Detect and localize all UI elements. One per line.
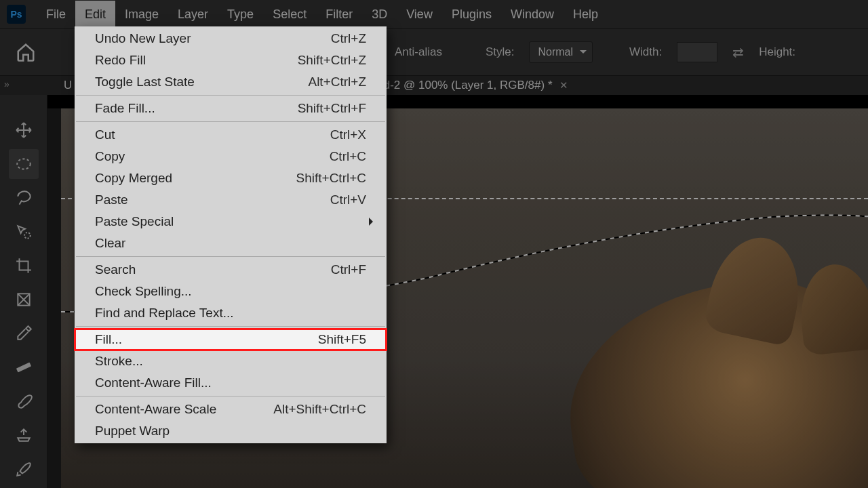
menu-window[interactable]: Window [501,1,564,28]
menu-item-copy[interactable]: CopyCtrl+C [75,146,387,167]
menu-item-label: Undo New Layer [95,31,191,46]
menu-item-label: Paste [95,192,128,207]
menu-item-stroke[interactable]: Stroke... [75,350,387,372]
menu-item-label: Copy Merged [95,171,172,186]
menu-item-label: Fill... [95,332,122,347]
menu-item-label: Paste Special [95,214,174,229]
menu-layer[interactable]: Layer [168,1,218,28]
menu-item-redo-fill[interactable]: Redo FillShift+Ctrl+Z [75,49,387,71]
document-title-suffix: ed-2 @ 100% (Layer 1, RGB/8#) * [377,79,552,92]
height-label: Height: [759,45,795,59]
menu-item-shortcut: Shift+Ctrl+F [298,101,366,116]
menu-type[interactable]: Type [218,1,263,28]
menu-item-fade-fill[interactable]: Fade Fill...Shift+Ctrl+F [75,98,387,119]
elliptical-marquee-tool[interactable] [9,149,39,179]
menu-item-cut[interactable]: CutCtrl+X [75,124,387,146]
ruler-tool[interactable] [9,352,39,382]
menu-item-content-aware-fill[interactable]: Content-Aware Fill... [75,372,387,394]
menu-item-search[interactable]: SearchCtrl+F [75,259,387,281]
history-brush-tool[interactable] [9,454,39,484]
menu-plugins[interactable]: Plugins [442,1,501,28]
menu-select[interactable]: Select [263,1,316,28]
menu-item-label: Puppet Warp [95,424,170,439]
menu-item-paste-special[interactable]: Paste Special [75,211,387,232]
width-label: Width: [629,45,662,59]
brush-tool[interactable] [9,386,39,416]
svg-point-0 [17,159,31,169]
menu-image[interactable]: Image [115,1,168,28]
menu-item-label: Content-Aware Fill... [95,375,212,390]
lasso-tool[interactable] [9,183,39,213]
app-logo-icon: Ps [7,5,26,24]
menu-item-shortcut: Shift+Ctrl+Z [298,53,366,68]
menu-item-shortcut: Alt+Shift+Ctrl+C [273,402,366,417]
panel-toggle-icon[interactable]: » [4,79,9,89]
menu-edit[interactable]: Edit [75,1,115,28]
menu-item-label: Toggle Last State [95,75,195,89]
menu-item-shortcut: Ctrl+F [331,262,366,277]
menu-item-fill[interactable]: Fill...Shift+F5 [75,329,387,350]
menu-item-check-spelling[interactable]: Check Spelling... [75,281,387,302]
anti-alias-label: Anti-alias [395,45,442,59]
menu-view[interactable]: View [397,1,442,28]
menu-item-label: Copy [95,149,125,164]
svg-rect-3 [16,362,31,372]
menu-separator [76,256,385,257]
menu-item-shortcut: Alt+Ctrl+Z [308,75,366,89]
menu-bar: Ps FileEditImageLayerTypeSelectFilter3DV… [0,0,868,28]
menu-separator [76,396,385,396]
menu-item-shortcut: Ctrl+Z [331,31,366,46]
swap-dimensions-icon[interactable]: ⇄ [732,44,744,60]
menu-item-label: Clear [95,236,125,251]
menu-separator [76,121,385,122]
clone-stamp-tool[interactable] [9,420,39,450]
menu-item-find-and-replace-text[interactable]: Find and Replace Text... [75,302,387,324]
menu-item-puppet-warp[interactable]: Puppet Warp [75,420,387,442]
menu-item-toggle-last-state[interactable]: Toggle Last StateAlt+Ctrl+Z [75,71,387,93]
menu-help[interactable]: Help [564,1,608,28]
move-tool[interactable] [9,115,39,145]
menu-item-shortcut: Shift+F5 [318,332,366,347]
crop-tool[interactable] [9,251,39,281]
menu-item-shortcut: Shift+Ctrl+C [296,171,366,186]
svg-point-1 [24,232,31,239]
menu-item-label: Cut [95,127,115,142]
width-input[interactable] [677,42,717,62]
style-label: Style: [486,45,515,59]
menu-item-label: Content-Aware Scale [95,402,216,417]
eyedropper-tool[interactable] [9,319,39,348]
style-dropdown[interactable]: Normal [529,41,593,63]
menu-item-content-aware-scale[interactable]: Content-Aware ScaleAlt+Shift+Ctrl+C [75,399,387,420]
menu-separator [76,326,385,327]
menu-file[interactable]: File [37,1,75,28]
frame-tool[interactable] [9,285,39,314]
menu-item-clear[interactable]: Clear [75,232,387,254]
menu-item-shortcut: Ctrl+X [330,127,366,142]
menu-3d[interactable]: 3D [362,1,397,28]
home-button[interactable] [12,39,39,66]
close-tab-icon[interactable]: ✕ [559,79,568,92]
menu-item-undo-new-layer[interactable]: Undo New LayerCtrl+Z [75,28,387,49]
menu-item-label: Stroke... [95,354,143,369]
document-title-prefix: U [64,79,72,92]
menu-item-shortcut: Ctrl+C [330,149,366,164]
tools-panel [0,95,47,488]
menu-item-paste[interactable]: PasteCtrl+V [75,189,387,211]
menu-item-label: Redo Fill [95,53,146,68]
menu-item-shortcut: Ctrl+V [330,192,366,207]
quick-selection-tool[interactable] [9,217,39,247]
edit-menu-dropdown: Undo New LayerCtrl+ZRedo FillShift+Ctrl+… [75,26,387,443]
menu-item-label: Search [95,262,136,277]
menu-item-label: Find and Replace Text... [95,306,234,321]
menu-item-copy-merged[interactable]: Copy MergedShift+Ctrl+C [75,167,387,189]
menu-separator [76,95,385,96]
menu-item-label: Fade Fill... [95,101,155,116]
menu-filter[interactable]: Filter [316,1,362,28]
menu-item-label: Check Spelling... [95,284,192,299]
